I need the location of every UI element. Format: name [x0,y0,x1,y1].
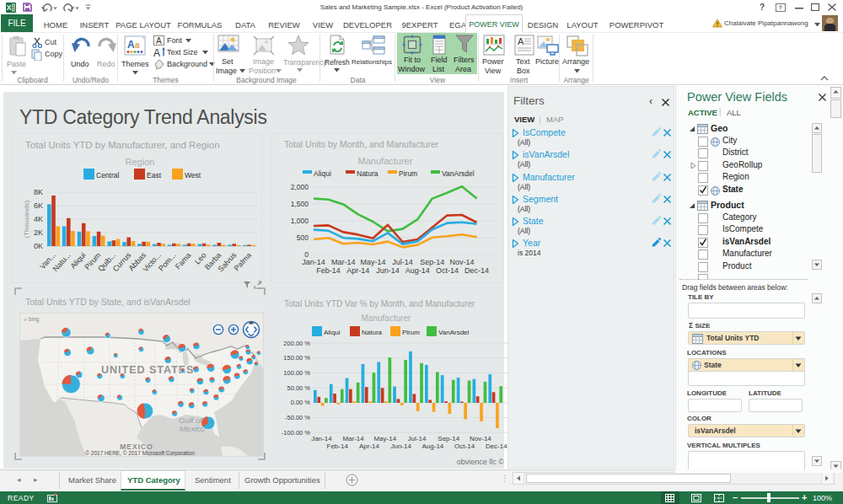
svg-text:0.00 %: 0.00 % [291,399,311,406]
svg-text:Natura: Natura [362,329,383,336]
svg-text:VanArsdel: VanArsdel [442,169,475,178]
svg-text:Jan-14: Jan-14 [311,435,332,442]
svg-text:obvience llc ©: obvience llc © [457,458,505,466]
svg-text:-50.00 %: -50.00 % [285,414,310,421]
svg-text:Feb-14: Feb-14 [327,442,349,450]
svg-text:A: A [518,36,524,46]
svg-text:-100.00 %: -100.00 % [282,429,311,437]
svg-text:Fama: Fama [174,251,193,271]
svg-text:1,000: 1,000 [291,217,309,225]
svg-text:Jul-14: Jul-14 [392,258,413,266]
svg-text:Jul-14: Jul-14 [408,435,427,442]
svg-text:A: A [156,36,162,46]
svg-text:Pirum: Pirum [399,169,417,178]
svg-text:Central: Central [96,171,120,180]
svg-text:Dec-14: Dec-14 [464,266,489,275]
svg-text:VanArsdel: VanArsdel [438,329,470,336]
svg-text:Jun-14: Jun-14 [390,442,411,450]
svg-text:100.00 %: 100.00 % [283,369,310,377]
svg-text:150.00 %: 150.00 % [283,354,310,362]
svg-text:Natura: Natura [357,169,379,178]
svg-text:Apr-14: Apr-14 [359,442,380,450]
svg-text:Sep-14: Sep-14 [420,258,444,266]
svg-text:Apr-14: Apr-14 [346,266,369,275]
svg-text:a: a [135,40,140,50]
svg-text:Mar-14: Mar-14 [342,435,364,442]
svg-text:Oct-14: Oct-14 [454,442,475,450]
svg-text:4K: 4K [34,215,43,223]
svg-text:(Thousands): (Thousands) [23,200,30,238]
svg-text:Nov-14: Nov-14 [470,435,491,442]
svg-text:50.00 %: 50.00 % [287,384,310,392]
svg-text:Oct-14: Oct-14 [436,266,459,275]
svg-text:Nov-14: Nov-14 [449,258,474,266]
svg-text:May-14: May-14 [360,258,385,266]
svg-text:Manufacturer: Manufacturer [358,156,413,166]
svg-text:Aug-14: Aug-14 [405,266,430,275]
svg-text:Aliqui: Aliqui [314,169,331,178]
svg-text:A: A [127,39,135,51]
svg-text:Sep-14: Sep-14 [438,435,459,442]
svg-text:Aug-14: Aug-14 [422,442,444,450]
svg-text:500: 500 [297,233,309,242]
svg-text:2,000: 2,000 [291,183,309,191]
svg-text:8K: 8K [34,188,43,196]
svg-text:West: West [185,171,201,180]
svg-text:Aliqui: Aliqui [324,329,341,336]
svg-text:East: East [147,171,162,180]
svg-text:X: X [7,3,12,12]
svg-text:A: A [153,47,160,57]
svg-text:Feb-14: Feb-14 [316,266,341,275]
svg-text:Total Units YTD Var % by Month: Total Units YTD Var % by Month, and Manu… [284,299,475,308]
svg-text:Palma: Palma [233,251,254,273]
svg-text:2K: 2K [34,228,43,237]
svg-text:Mar-14: Mar-14 [331,258,356,266]
svg-text:Dec-14: Dec-14 [486,442,507,450]
svg-text:May-14: May-14 [373,435,396,442]
svg-text:1,500: 1,500 [291,200,309,208]
svg-text:Total Units by Month, and Manu: Total Units by Month, and Manufacturer [284,139,439,149]
svg-text:Region: Region [126,157,155,167]
svg-text:Jan-14: Jan-14 [302,258,325,266]
svg-text:6K: 6K [34,201,43,210]
svg-text:0K: 0K [34,242,43,250]
svg-text:Manufacturer: Manufacturer [362,314,412,323]
svg-text:200.00 %: 200.00 % [283,340,310,347]
svg-text:Total Units YTD by Manufacture: Total Units YTD by Manufacturer, and Reg… [25,140,220,150]
svg-text:Jun-14: Jun-14 [376,266,400,275]
svg-text:Pirum: Pirum [402,329,420,336]
